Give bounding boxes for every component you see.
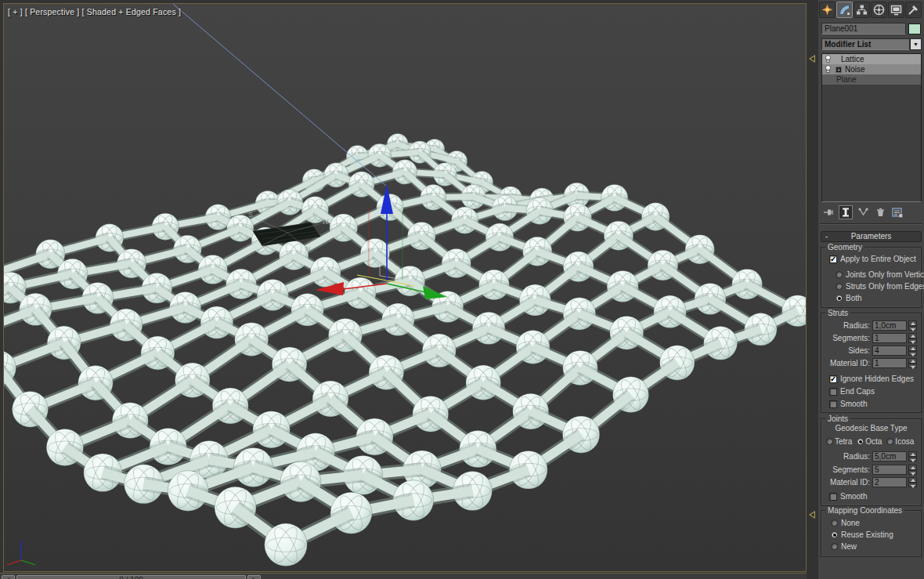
- field-label: Material ID:: [823, 478, 870, 487]
- viewport-label[interactable]: [ + ] [ Perspective ] [ Shaded + Edged F…: [8, 7, 181, 16]
- checkbox-label: Smooth: [840, 492, 867, 501]
- utilities-icon: [908, 4, 919, 16]
- joints-only-radio[interactable]: Joints Only from Vertices: [836, 270, 924, 279]
- perspective-viewport[interactable]: S W N [ + ] [ Perspective ] [ Shaded + E…: [3, 3, 807, 572]
- struts-sides-row: Sides: 4: [823, 346, 917, 356]
- show-end-result-button[interactable]: [839, 205, 853, 219]
- struts-smooth-checkbox[interactable]: Smooth: [829, 400, 867, 408]
- remove-modifier-button[interactable]: [873, 205, 887, 219]
- radio-icon[interactable]: [831, 519, 838, 527]
- hierarchy-tab[interactable]: [854, 2, 870, 18]
- field-label: Radius:: [823, 452, 870, 461]
- radio-label: Joints Only from Vertices: [846, 270, 924, 279]
- modify-tab[interactable]: [836, 2, 853, 18]
- svg-text:W: W: [322, 218, 329, 226]
- modifier-stack-item-lattice[interactable]: Lattice: [822, 54, 921, 64]
- spinner-buttons[interactable]: [908, 465, 917, 475]
- spinner-buttons[interactable]: [908, 346, 917, 356]
- radio-label: Both: [846, 294, 862, 302]
- struts-segments-field[interactable]: 1: [872, 333, 907, 343]
- object-name-field[interactable]: Plane001: [821, 23, 906, 34]
- radio-icon[interactable]: [886, 438, 893, 445]
- radio-icon[interactable]: [831, 543, 838, 550]
- joints-smooth-checkbox[interactable]: Smooth: [829, 492, 867, 501]
- base-type-radios: Tetra Octa Icosa: [826, 437, 914, 446]
- checkbox-icon[interactable]: [829, 375, 837, 383]
- field-label: Radius:: [823, 321, 870, 330]
- spinner-buttons[interactable]: [908, 358, 917, 368]
- modifier-stack-item-noise[interactable]: + Noise: [822, 64, 921, 74]
- previous-frame-button[interactable]: <: [2, 575, 15, 579]
- apply-to-entire-object-checkbox[interactable]: Apply to Entire Object: [829, 255, 916, 263]
- group-label: Geometry: [825, 243, 864, 252]
- utilities-tab[interactable]: [905, 2, 922, 18]
- modifier-stack-toolbar: [821, 204, 922, 220]
- time-slider-handle[interactable]: 0 / 100: [16, 575, 246, 579]
- checkbox-icon[interactable]: [829, 493, 837, 501]
- radio-icon[interactable]: [836, 283, 843, 290]
- octa-radio-label[interactable]: Octa: [865, 437, 882, 446]
- struts-segments-row: Segments: 1: [823, 333, 917, 343]
- struts-material-id-field[interactable]: 1: [872, 358, 907, 368]
- checkbox-icon[interactable]: [829, 400, 837, 408]
- radio-icon[interactable]: [831, 531, 838, 538]
- mapping-none-radio[interactable]: None: [831, 519, 860, 527]
- divider: [820, 223, 922, 225]
- spinner-buttons[interactable]: [908, 320, 917, 331]
- chevron-down-icon[interactable]: ▼: [910, 38, 922, 50]
- radio-label: None: [841, 519, 860, 527]
- radio-icon[interactable]: [836, 295, 843, 302]
- motion-tab[interactable]: [871, 2, 887, 18]
- struts-only-radio[interactable]: Struts Only from Edges: [836, 282, 924, 291]
- struts-radius-field[interactable]: 1,0cm: [872, 320, 907, 331]
- create-tab[interactable]: [819, 2, 836, 18]
- joints-radius-field[interactable]: 5,0cm: [872, 451, 907, 461]
- geometry-group: Geometry Apply to Entire Object Joints O…: [821, 247, 922, 308]
- panel-splitter[interactable]: [807, 0, 818, 579]
- parameters-rollout-header[interactable]: - Parameters: [821, 231, 922, 242]
- modify-icon: [839, 4, 850, 16]
- radio-icon[interactable]: [826, 438, 833, 445]
- mapping-new-radio[interactable]: New: [831, 542, 857, 551]
- display-tab[interactable]: [888, 2, 904, 18]
- joints-segments-field[interactable]: 5: [872, 465, 907, 475]
- command-panel-tabs: [819, 2, 922, 18]
- both-radio[interactable]: Both: [836, 294, 862, 302]
- struts-sides-field[interactable]: 4: [872, 346, 907, 356]
- configure-modifier-sets-icon: [892, 208, 903, 218]
- joints-material-id-field[interactable]: 2: [872, 477, 907, 487]
- checkbox-icon[interactable]: [829, 388, 837, 396]
- radio-icon[interactable]: [857, 438, 864, 445]
- collapse-icon[interactable]: -: [825, 232, 828, 241]
- panel-collapse-arrow-bottom[interactable]: [809, 511, 815, 519]
- tetra-radio-label[interactable]: Tetra: [835, 437, 852, 446]
- configure-modifier-sets-button[interactable]: [890, 205, 904, 219]
- time-slider-bar: < 0 / 100 >: [0, 573, 807, 579]
- struts-material-id-row: Material ID: 1: [823, 358, 917, 368]
- expand-icon[interactable]: +: [836, 67, 842, 73]
- spinner-buttons[interactable]: [908, 451, 917, 461]
- next-frame-button[interactable]: >: [247, 575, 261, 579]
- field-label: Segments:: [823, 334, 870, 342]
- checkbox-icon[interactable]: [829, 255, 837, 263]
- mapping-reuse-existing-radio[interactable]: Reuse Existing: [831, 530, 893, 539]
- modifier-stack: Lattice + Noise Plane: [821, 53, 922, 202]
- display-icon: [890, 4, 902, 16]
- group-label: Struts: [825, 309, 850, 317]
- object-color-swatch[interactable]: [908, 24, 921, 34]
- radio-icon[interactable]: [836, 271, 843, 278]
- make-unique-button[interactable]: [856, 205, 870, 219]
- spinner-buttons[interactable]: [908, 477, 917, 487]
- ignore-hidden-edges-checkbox[interactable]: Ignore Hidden Edges: [829, 375, 914, 383]
- joints-group: Joints Geodesic Base Type Tetra Octa Ico…: [821, 418, 922, 506]
- panel-collapse-arrow-top[interactable]: [809, 55, 815, 63]
- modifier-stack-item-plane[interactable]: Plane: [822, 74, 921, 85]
- checkbox-label: Ignore Hidden Edges: [840, 375, 914, 383]
- end-caps-checkbox[interactable]: End Caps: [829, 387, 875, 396]
- pin-stack-button[interactable]: [821, 205, 836, 219]
- modifier-list-dropdown[interactable]: Modifier List: [821, 38, 910, 50]
- lightbulb-icon[interactable]: [825, 55, 832, 63]
- lightbulb-icon[interactable]: [825, 65, 832, 74]
- spinner-buttons[interactable]: [908, 333, 917, 343]
- icosa-radio-label[interactable]: Icosa: [895, 437, 914, 446]
